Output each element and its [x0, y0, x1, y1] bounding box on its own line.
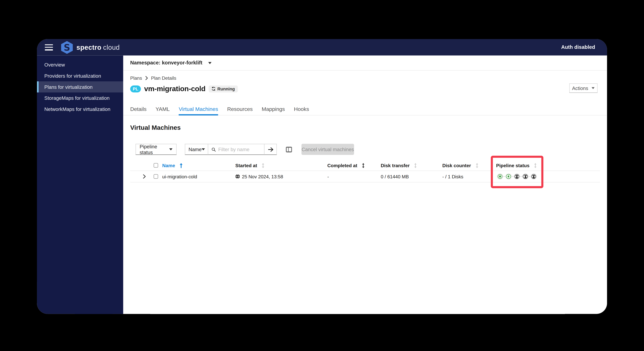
breadcrumb: Plans Plan Details	[130, 75, 176, 81]
sidebar-item-storagemaps[interactable]: StorageMaps for virtualization	[37, 93, 123, 104]
column-header-name[interactable]: Name	[162, 163, 236, 168]
arrow-right-icon	[268, 147, 274, 152]
globe-icon	[236, 174, 240, 179]
sort-icon	[362, 163, 364, 168]
tab-yaml[interactable]: YAML	[156, 103, 170, 115]
tab-label: Details	[130, 106, 146, 112]
column-header-started-at[interactable]: Started at	[236, 163, 328, 168]
column-label: Name	[162, 163, 175, 168]
app-window: S spectrocloud Auth disabled Overview Pr…	[37, 39, 607, 314]
sidebar-item-label: NetworkMaps for virtualization	[44, 106, 110, 112]
pipeline-step-completed-icon	[505, 173, 512, 180]
cell-completed-at: -	[327, 174, 381, 179]
svg-text:S: S	[64, 42, 70, 53]
sidebar-item-plans[interactable]: Plans for virtualization	[37, 81, 123, 93]
sidebar-item-label: Providers for virtualization	[44, 73, 101, 79]
actions-button[interactable]: Actions	[569, 84, 598, 93]
table-header-row: Name Started at Completed at Disk transf…	[130, 160, 600, 171]
brand-primary: spectro	[76, 43, 102, 51]
section-title: Virtual Machines	[130, 124, 181, 132]
namespace-bar: Namespace: konveyor-forklift	[123, 56, 607, 71]
brand-secondary: cloud	[103, 43, 120, 51]
breadcrumb-plans-link[interactable]: Plans	[130, 76, 142, 81]
column-header-completed-at[interactable]: Completed at	[327, 163, 381, 168]
namespace-chevron-down-icon[interactable]	[208, 62, 211, 64]
column-header-disk-transfer[interactable]: Disk transfer	[381, 163, 442, 168]
row-expand-button[interactable]	[130, 174, 152, 179]
column-label: Disk transfer	[381, 163, 410, 168]
hamburger-menu-icon[interactable]	[45, 44, 53, 50]
manage-columns-button[interactable]	[286, 147, 292, 152]
status-badge-label: Running	[218, 86, 235, 91]
pipeline-status-filter-dropdown[interactable]: Pipeline status	[136, 144, 176, 155]
cell-started-at: 25 Nov 2024, 13:58	[236, 174, 328, 179]
pipeline-step-pending-icon	[522, 173, 528, 180]
chevron-right-icon	[143, 174, 146, 179]
sort-icon	[476, 163, 478, 168]
hourglass-icon	[532, 175, 535, 178]
breadcrumb-plan-details: Plan Details	[151, 76, 176, 81]
tab-label: Resources	[227, 106, 252, 112]
breadcrumb-chevron-right-icon	[145, 76, 148, 80]
chevron-down-icon	[202, 148, 205, 150]
tab-label: Hooks	[294, 106, 309, 112]
started-at-value: 25 Nov 2024, 13:58	[242, 174, 283, 179]
tab-virtual-machines[interactable]: Virtual Machines	[179, 103, 218, 115]
sidebar-nav: Overview Providers for virtualization Pl…	[37, 56, 123, 314]
tab-label: Mappings	[262, 106, 285, 112]
search-submit-button[interactable]	[264, 144, 277, 155]
tab-label: Virtual Machines	[179, 106, 218, 112]
sort-icon	[414, 163, 417, 168]
cancel-virtual-machines-button[interactable]: Cancel virtual machines	[302, 144, 354, 155]
filter-field-label: Name	[188, 147, 202, 152]
cell-disk-counter: - / 1 Disks	[442, 174, 491, 179]
auth-status-label: Auth disabled	[561, 44, 595, 50]
filter-field-dropdown[interactable]: Name	[185, 144, 208, 155]
pipeline-status-filter-label: Pipeline status	[140, 144, 169, 155]
chevron-down-icon	[592, 87, 594, 89]
tab-details[interactable]: Details	[130, 103, 146, 115]
hourglass-icon	[524, 175, 527, 178]
actions-button-label: Actions	[572, 85, 588, 91]
namespace-label: Namespace: konveyor-forklift	[130, 60, 202, 66]
pipeline-step-pending-icon	[530, 173, 537, 180]
pipeline-connector	[520, 176, 522, 177]
plan-title-row: PL vm-migration-cold Running	[130, 84, 238, 94]
manage-columns-icon	[286, 147, 292, 152]
tab-mappings[interactable]: Mappings	[262, 103, 285, 115]
app-header: S spectrocloud Auth disabled	[37, 39, 607, 56]
sidebar-item-label: Overview	[44, 62, 65, 68]
status-badge: Running	[209, 85, 238, 92]
search-input[interactable]	[218, 147, 261, 152]
search-box	[208, 144, 264, 155]
row-checkbox[interactable]	[154, 174, 158, 179]
cell-disk-transfer: 0 / 61440 MB	[381, 174, 442, 179]
pipeline-connector	[512, 176, 514, 177]
tab-resources[interactable]: Resources	[227, 103, 252, 115]
pipeline-connector	[528, 176, 530, 177]
brand-name: spectrocloud	[76, 43, 120, 51]
column-header-disk-counter[interactable]: Disk counter	[442, 163, 491, 168]
column-header-pipeline-status[interactable]: Pipeline status	[491, 163, 546, 168]
search-icon	[212, 147, 216, 152]
sidebar-item-overview[interactable]: Overview	[37, 59, 123, 70]
sort-ascending-icon	[180, 163, 183, 168]
column-label: Started at	[236, 163, 257, 168]
hourglass-icon	[516, 175, 518, 178]
tab-label: YAML	[156, 106, 170, 112]
pipeline-step-completed-icon	[497, 173, 503, 180]
pipeline-connector	[503, 176, 505, 177]
main-content: Namespace: konveyor-forklift Plans Plan …	[123, 56, 607, 314]
column-label: Disk counter	[442, 163, 471, 168]
sidebar-item-label: StorageMaps for virtualization	[44, 95, 110, 101]
plan-kind-badge: PL	[130, 85, 141, 92]
column-label: Completed at	[327, 163, 357, 168]
tab-bar: Details YAML Virtual Machines Resources …	[123, 103, 607, 116]
sidebar-item-providers[interactable]: Providers for virtualization	[37, 70, 123, 81]
pipeline-step-pending-icon	[514, 173, 520, 180]
select-all-checkbox[interactable]	[154, 163, 158, 168]
tab-hooks[interactable]: Hooks	[294, 103, 309, 115]
cell-name[interactable]: ui-migration-cold	[162, 174, 236, 179]
sidebar-item-networkmaps[interactable]: NetworkMaps for virtualization	[37, 104, 123, 115]
virtual-machines-table: Name Started at Completed at Disk transf…	[130, 160, 600, 182]
